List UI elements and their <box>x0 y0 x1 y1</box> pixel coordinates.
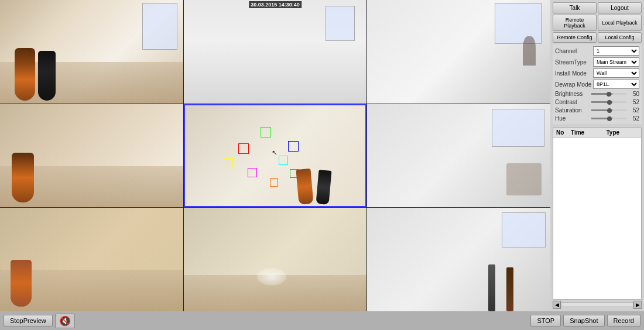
camera-cell-6[interactable] <box>367 104 550 208</box>
detection-box-magenta <box>248 168 257 177</box>
saturation-value: 52 <box>628 107 639 114</box>
talk-button[interactable]: Talk <box>553 2 597 13</box>
saturation-label: Saturation <box>555 107 587 114</box>
contrast-slider[interactable] <box>591 101 626 103</box>
dewrap-mode-label: Dewrap Mode <box>555 81 593 88</box>
person-silhouette <box>523 36 536 66</box>
cursor-indicator: ↖ <box>272 149 278 157</box>
stop-button[interactable]: STOP <box>530 315 561 326</box>
stream-type-row: StreamType Main Stream Sub Stream <box>555 57 639 67</box>
camera-cell-3[interactable] <box>367 0 550 104</box>
bottom-toolbar: StopPreview 🔇 STOP SnapShot Record <box>0 311 644 330</box>
channel-select[interactable]: 1 2 3 4 <box>593 46 639 56</box>
log-col-no: No <box>554 129 569 136</box>
channel-row: Channel 1 2 3 4 <box>555 46 639 56</box>
local-playback-button[interactable]: Local Playback <box>598 15 642 31</box>
brightness-slider-container: 50 <box>591 91 639 97</box>
settings-panel: Channel 1 2 3 4 StreamType Main Stream S… <box>553 44 642 124</box>
channel-label: Channel <box>555 48 593 54</box>
volume-button[interactable]: 🔇 <box>55 314 75 328</box>
cam8-reflection <box>257 268 286 286</box>
contrast-row: Contrast 52 <box>555 99 639 105</box>
detection-box-cyan <box>279 156 288 165</box>
contrast-label: Contrast <box>555 99 587 105</box>
stream-type-select[interactable]: Main Stream Sub Stream <box>593 57 639 67</box>
remote-playback-button[interactable]: Remote Playback <box>553 15 597 31</box>
camera-timestamp: 30.03.2015 14:30:40 <box>249 1 302 8</box>
cam5-guitar-1 <box>296 169 313 205</box>
logout-button[interactable]: Logout <box>598 2 642 13</box>
log-section: No Time Type ◀ ▶ <box>553 126 642 309</box>
brightness-row: Brightness 50 <box>555 91 639 97</box>
main-layout: 30.03.2015 14:30:40 ↖ <box>0 0 644 311</box>
camera-cell-7[interactable] <box>0 208 183 311</box>
detection-box-orange <box>270 178 278 187</box>
detection-box-blue <box>288 141 299 152</box>
stop-preview-button[interactable]: StopPreview <box>4 315 53 326</box>
install-mode-label: Install Mode <box>555 70 593 77</box>
sidebar: Talk Logout Remote Playback Local Playba… <box>550 0 644 311</box>
cam4-guitar <box>12 153 34 202</box>
brightness-label: Brightness <box>555 91 587 97</box>
cam5-guitar-2 <box>316 170 331 205</box>
cam3-window <box>495 3 542 44</box>
hue-row: Hue 52 <box>555 115 639 122</box>
brightness-value: 50 <box>628 91 639 97</box>
saturation-row: Saturation 52 <box>555 107 639 114</box>
record-button[interactable]: Record <box>607 315 640 326</box>
hue-value: 52 <box>628 115 639 122</box>
detection-box-yellow <box>224 158 233 167</box>
snapshot-button[interactable]: SnapShot <box>563 315 604 326</box>
detection-box-red <box>238 143 249 154</box>
hue-slider[interactable] <box>591 118 626 119</box>
cam7-guitar <box>11 260 32 307</box>
saturation-slider[interactable] <box>591 109 626 111</box>
camera-grid: 30.03.2015 14:30:40 ↖ <box>0 0 550 311</box>
detection-box-green-1 <box>261 127 271 138</box>
dewrap-mode-select[interactable]: 8P1L 4P 1P <box>593 80 639 89</box>
camera-cell-5-active[interactable]: ↖ <box>184 104 367 208</box>
install-mode-row: Install Mode Wall Ceiling Desktop <box>555 68 639 78</box>
config-button-row: Remote Config Local Config <box>553 32 642 43</box>
cam9-window <box>502 212 546 248</box>
log-header: No Time Type <box>553 128 641 138</box>
log-scrollbar-row: ◀ ▶ <box>553 301 642 309</box>
cam6-window <box>492 109 544 147</box>
contrast-slider-container: 52 <box>591 99 639 105</box>
hue-slider-container: 52 <box>591 115 639 122</box>
hue-label: Hue <box>555 115 587 122</box>
scroll-left-arrow[interactable]: ◀ <box>553 301 561 309</box>
install-mode-select[interactable]: Wall Ceiling Desktop <box>593 68 639 78</box>
playback-button-row: Remote Playback Local Playback <box>553 15 642 31</box>
cam9-guitar-neck-1 <box>488 264 495 311</box>
log-col-type: Type <box>605 129 640 136</box>
contrast-value: 52 <box>628 99 639 105</box>
cam9-guitar-neck-2 <box>506 267 513 311</box>
cam1-guitar-2 <box>38 51 56 101</box>
top-button-row: Talk Logout <box>553 2 642 13</box>
dewrap-mode-row: Dewrap Mode 8P1L 4P 1P <box>555 80 639 89</box>
log-col-time: Time <box>569 129 605 136</box>
cam1-window <box>142 3 177 50</box>
brightness-slider[interactable] <box>591 93 626 95</box>
camera-cell-1[interactable] <box>0 0 183 104</box>
cam2-window <box>326 6 355 41</box>
remote-config-button[interactable]: Remote Config <box>553 32 597 43</box>
scroll-track[interactable] <box>561 302 633 307</box>
camera-cell-4[interactable] <box>0 104 183 208</box>
scroll-right-arrow[interactable]: ▶ <box>633 301 642 309</box>
camera-cell-9[interactable] <box>367 208 550 311</box>
cam1-guitar-1 <box>15 48 35 101</box>
camera-cell-8[interactable] <box>184 208 367 311</box>
saturation-slider-container: 52 <box>591 107 639 114</box>
cam6-desk <box>506 163 542 195</box>
stream-type-label: StreamType <box>555 59 593 66</box>
camera-cell-2[interactable]: 30.03.2015 14:30:40 <box>184 0 367 104</box>
local-config-button[interactable]: Local Config <box>598 32 642 43</box>
log-panel: No Time Type <box>553 128 642 300</box>
